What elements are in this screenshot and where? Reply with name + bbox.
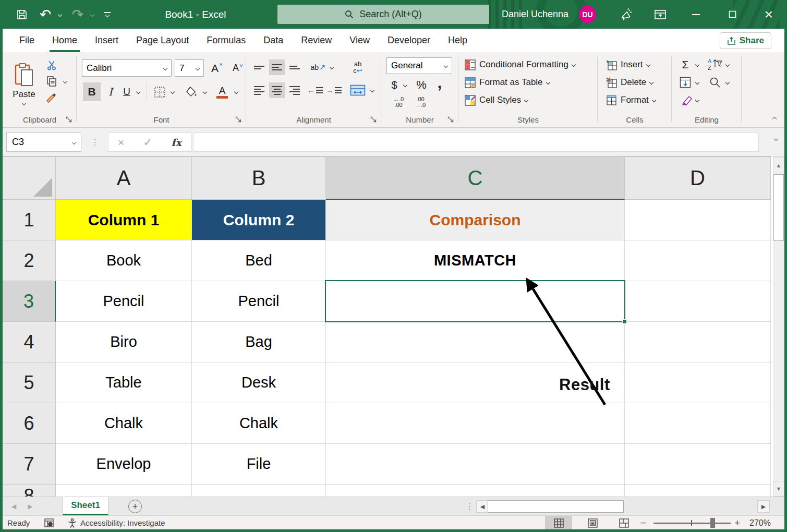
row-header-6[interactable]: 6 — [3, 403, 56, 444]
scroll-left-icon[interactable]: ◀ — [476, 500, 489, 513]
cell-a4[interactable]: Biro — [56, 322, 192, 362]
font-size-combobox[interactable]: 7 — [175, 59, 204, 77]
name-box[interactable]: C3 — [6, 132, 81, 152]
column-header-c[interactable]: C — [326, 157, 625, 200]
cell-c4[interactable] — [326, 322, 625, 362]
percent-style-icon[interactable]: % — [414, 77, 429, 93]
cell-d3[interactable] — [625, 281, 771, 322]
cell-a3[interactable]: Pencil — [56, 281, 192, 322]
scroll-down-icon[interactable]: ▼ — [773, 481, 784, 497]
comma-style-icon[interactable]: , — [433, 75, 446, 91]
zoom-slider-track[interactable] — [653, 523, 731, 524]
tab-review[interactable]: Review — [292, 29, 341, 52]
delete-cells-button[interactable]: Delete — [606, 75, 653, 90]
find-select-dropdown-icon[interactable] — [724, 75, 731, 90]
cell-b2[interactable]: Bed — [192, 240, 326, 281]
accessibility-status[interactable]: Accessibility: Investigate — [68, 516, 165, 530]
customize-quick-access-toolbar-icon[interactable] — [100, 0, 115, 29]
cell-styles-button[interactable]: Cell Styles — [465, 93, 528, 107]
autosum-dropdown-icon[interactable] — [694, 57, 701, 72]
fill-handle[interactable] — [622, 319, 627, 324]
cell-d5[interactable] — [625, 362, 771, 403]
scroll-right-icon[interactable]: ▶ — [757, 500, 770, 513]
decrease-indent-icon[interactable]: ← — [307, 82, 323, 98]
macro-record-icon[interactable] — [44, 516, 54, 530]
undo-button[interactable]: ↶ — [37, 0, 54, 29]
row-header-3[interactable]: 3 — [3, 281, 56, 322]
wrap-text-icon[interactable]: abc↩ — [348, 58, 367, 76]
underline-button[interactable]: U — [119, 82, 134, 101]
cell-a5[interactable]: Table — [56, 362, 192, 403]
increase-indent-icon[interactable]: → — [325, 82, 342, 98]
close-button[interactable]: × — [756, 0, 781, 29]
format-cells-button[interactable]: Format — [606, 93, 656, 107]
enter-icon[interactable]: ✓ — [143, 136, 153, 149]
cell-b3[interactable]: Pencil — [192, 281, 326, 322]
cell-d4[interactable] — [625, 322, 771, 362]
name-box-dropdown-icon[interactable] — [72, 140, 76, 144]
number-dialog-launcher-icon[interactable] — [447, 116, 455, 124]
column-header-a[interactable]: A — [56, 157, 192, 200]
copy-icon[interactable] — [44, 74, 59, 89]
paste-button[interactable]: Paste — [9, 56, 39, 112]
horizontal-scrollbar-thumb[interactable] — [488, 500, 624, 513]
previous-sheet-icon[interactable]: ◀ — [11, 503, 16, 510]
decrease-decimal-icon[interactable]: .00→.0 — [410, 95, 430, 110]
cell-a1[interactable]: Column 1 — [56, 200, 192, 240]
row-header-4[interactable]: 4 — [3, 322, 56, 362]
merge-dropdown-icon[interactable] — [368, 82, 377, 98]
row-header-7[interactable]: 7 — [3, 444, 56, 485]
cell-b8[interactable] — [192, 485, 326, 497]
page-layout-view-icon[interactable] — [579, 516, 606, 530]
scroll-up-icon[interactable]: ▲ — [773, 158, 784, 173]
alignment-dialog-launcher-icon[interactable] — [370, 116, 378, 124]
conditional-formatting-button[interactable]: Conditional Formatting — [465, 57, 575, 72]
horizontal-scrollbar-grip[interactable]: ⋮ — [466, 497, 474, 516]
tab-view[interactable]: View — [341, 29, 379, 52]
cancel-icon[interactable]: × — [118, 136, 124, 149]
redo-dropdown-icon[interactable] — [88, 0, 97, 29]
share-button[interactable]: Share — [720, 32, 771, 49]
select-all-button[interactable] — [3, 157, 56, 200]
feedback-megaphone-icon[interactable] — [615, 0, 636, 29]
tab-home[interactable]: Home — [43, 29, 86, 52]
ribbon-display-options-icon[interactable] — [650, 0, 671, 29]
cell-c2[interactable]: MISMATCH — [326, 240, 625, 281]
formula-input[interactable] — [193, 132, 759, 152]
minimize-button[interactable] — [683, 0, 708, 29]
column-header-d[interactable]: D — [625, 157, 771, 200]
cell-b6[interactable]: Chalk — [192, 403, 326, 444]
tab-page-layout[interactable]: Page Layout — [127, 29, 198, 52]
fill-down-icon[interactable] — [678, 75, 693, 90]
currency-dropdown-icon[interactable] — [401, 77, 409, 93]
format-as-table-button[interactable]: Format as Table — [465, 75, 550, 90]
cell-c6[interactable] — [326, 403, 625, 444]
tab-insert[interactable]: Insert — [86, 29, 127, 52]
underline-dropdown-icon[interactable] — [134, 82, 142, 101]
insert-cells-button[interactable]: Insert — [606, 57, 650, 72]
bottom-align-icon[interactable] — [287, 59, 302, 75]
normal-view-icon[interactable] — [545, 516, 572, 530]
zoom-in-icon[interactable]: + — [734, 516, 740, 530]
maximize-button[interactable] — [720, 0, 745, 29]
borders-dropdown-icon[interactable] — [168, 82, 177, 101]
zoom-slider-thumb[interactable] — [710, 518, 715, 528]
save-icon[interactable] — [13, 0, 31, 29]
tab-developer[interactable]: Developer — [379, 29, 439, 52]
merge-and-center-icon[interactable] — [348, 82, 367, 98]
row-header-8[interactable]: 8 — [3, 485, 56, 497]
clear-dropdown-icon[interactable] — [694, 93, 701, 107]
find-select-icon[interactable] — [706, 75, 724, 90]
cell-c1[interactable]: Comparison — [326, 200, 625, 240]
cell-c7[interactable] — [326, 444, 625, 485]
cell-d2[interactable] — [625, 240, 771, 281]
cell-d6[interactable] — [625, 403, 771, 444]
row-header-2[interactable]: 2 — [3, 240, 56, 281]
cell-d1[interactable] — [625, 200, 771, 240]
tab-data[interactable]: Data — [255, 29, 292, 52]
cell-a2[interactable]: Book — [56, 240, 192, 281]
row-header-5[interactable]: 5 — [3, 362, 56, 403]
sort-filter-dropdown-icon[interactable] — [724, 57, 731, 72]
cell-b7[interactable]: File — [192, 444, 326, 485]
cell-a7[interactable]: Envelop — [56, 444, 192, 485]
